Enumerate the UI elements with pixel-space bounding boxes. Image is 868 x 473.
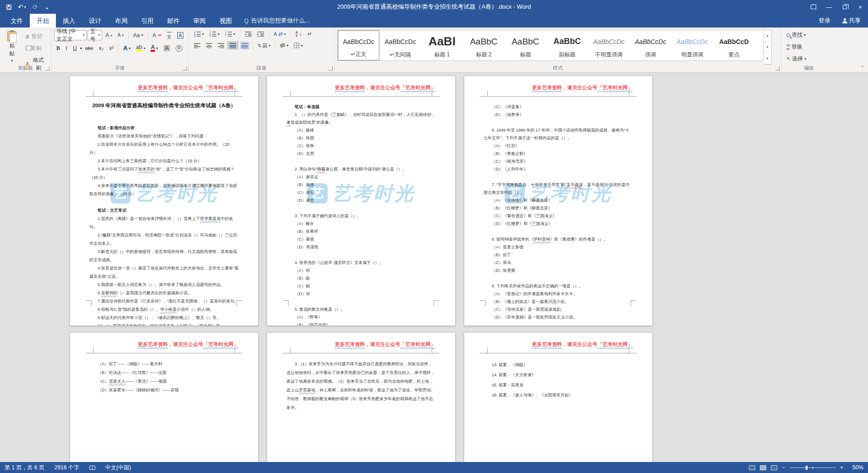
zoom-slider[interactable]: [790, 465, 835, 470]
style-副标题[interactable]: AaBbC副标题: [546, 30, 588, 60]
undo-button[interactable]: ↶▾: [18, 3, 26, 11]
select-button[interactable]: ↖选择▾: [784, 54, 834, 64]
style-要点[interactable]: AaBbCcD要点: [713, 30, 755, 60]
borders-button[interactable]: ▾: [291, 41, 305, 50]
change-case-button[interactable]: Aa▾: [131, 31, 145, 40]
underline-dropdown-arrow[interactable]: ▾: [80, 46, 82, 50]
cut-button[interactable]: 剪切: [23, 31, 48, 42]
character-border-button[interactable]: A: [175, 31, 186, 40]
style-不明显强调[interactable]: AaBbCcDc不明显强调: [588, 30, 630, 60]
asian-layout-button[interactable]: A⇄▾: [271, 30, 288, 38]
line-spacing-button[interactable]: ⇅▾: [255, 42, 273, 50]
copy-button[interactable]: 复制: [23, 43, 48, 54]
page-4[interactable]: 更多艺考资料，请关注公众号「艺考时光网」（A）但丁——《神曲》——意大利（B）司…: [70, 332, 258, 462]
tab-设计[interactable]: 设计: [82, 14, 108, 28]
styles-gallery-more-button[interactable]: ▼: [764, 53, 771, 64]
shading-button[interactable]: ▾: [278, 42, 291, 49]
character-shading-button[interactable]: A: [161, 44, 172, 53]
tab-审阅[interactable]: 审阅: [187, 14, 213, 28]
justify-button[interactable]: [227, 41, 238, 50]
bullets-button[interactable]: ▾: [192, 30, 206, 38]
styles-scroll-down-button[interactable]: ▼: [764, 42, 771, 53]
page-5[interactable]: 更多艺考资料，请关注公众号「艺考时光网」3.（1）张来芳为为生计问题不得不放弃自…: [267, 332, 456, 462]
web-layout-button[interactable]: [771, 465, 777, 470]
clear-formatting-button[interactable]: A: [150, 31, 164, 40]
document-area[interactable]: 更多艺考资料，请关注公众号「艺考时光网」2009 年河南省普通高校编导制作类专业…: [0, 72, 868, 462]
tab-邮件[interactable]: 邮件: [160, 14, 187, 28]
font-color-button[interactable]: A▾: [148, 43, 160, 53]
style-明显强调[interactable]: AaBbCcDc明显强调: [671, 30, 713, 60]
style-标题 1[interactable]: AaBI标题 1: [421, 30, 463, 60]
zoom-level[interactable]: 50%: [848, 464, 863, 471]
page-6[interactable]: 更多艺考资料，请关注公众号「艺考时光网」13. 答案：《神曲》14. 答案：《天…: [464, 332, 653, 462]
numbering-button[interactable]: ▾: [207, 30, 222, 38]
sort-button[interactable]: AZ↓: [293, 29, 304, 38]
style-正文[interactable]: AaBbCcDc↵正文: [338, 30, 379, 60]
tell-me-box[interactable]: 告诉我您想要做什么...: [239, 14, 315, 28]
save-button[interactable]: [6, 5, 11, 10]
styles-scroll-up-button[interactable]: ▲: [764, 30, 771, 42]
distributed-button[interactable]: [239, 41, 250, 50]
multilevel-list-button[interactable]: ▾: [223, 30, 237, 38]
find-button[interactable]: 查找▾: [784, 30, 834, 40]
text-effects-button[interactable]: A▾: [121, 44, 133, 53]
page-2[interactable]: 更多艺考资料，请关注公众号「艺考时光网」艺艺考时光笔试：单选题1. （）的代表作…: [267, 76, 456, 326]
page-number-indicator[interactable]: 第 1 页，共 6 页: [5, 464, 44, 472]
decrease-indent-button[interactable]: [242, 30, 254, 38]
print-layout-button[interactable]: [760, 465, 766, 470]
clipboard-dialog-launcher[interactable]: [45, 66, 49, 71]
ribbon-display-options-button[interactable]: [806, 0, 821, 14]
collapse-ribbon-button[interactable]: ⌃: [861, 65, 864, 70]
language-indicator[interactable]: 中文(中国): [105, 464, 131, 472]
style-标题 2[interactable]: AaBbC标题 2: [463, 30, 505, 60]
share-button[interactable]: 共享: [842, 16, 861, 25]
sign-in-button[interactable]: 登录: [819, 16, 830, 25]
superscript-button[interactable]: x²: [107, 44, 116, 53]
zoom-in-button[interactable]: +: [840, 464, 843, 471]
tab-插入[interactable]: 插入: [56, 14, 82, 28]
tab-引用[interactable]: 引用: [134, 14, 160, 28]
paste-dropdown-arrow: ▾: [11, 59, 13, 63]
style-强调[interactable]: AaBbCcDc强调: [630, 30, 671, 60]
tab-布局[interactable]: 布局: [108, 14, 134, 28]
zoom-slider-thumb[interactable]: [806, 466, 808, 470]
underline-button[interactable]: U: [71, 44, 79, 53]
italic-button[interactable]: I: [63, 44, 70, 53]
show-hide-marks-button[interactable]: ↵: [305, 29, 314, 38]
redo-button[interactable]: ⟳: [33, 3, 38, 11]
style-标题[interactable]: AaBbC标题: [505, 30, 546, 60]
style-无间隔[interactable]: AaBbCcDc↵无间隔: [379, 30, 421, 60]
proofing-status[interactable]: [89, 466, 95, 470]
customize-qat-button[interactable]: ⌄: [44, 3, 49, 11]
strikethrough-button[interactable]: abc: [83, 44, 96, 52]
tab-文件[interactable]: 文件: [4, 14, 30, 28]
font-name-combo[interactable]: 等线 (中文正文▾: [54, 30, 87, 40]
subscript-button[interactable]: x₂: [96, 44, 106, 53]
restore-button[interactable]: [837, 0, 852, 14]
read-mode-button[interactable]: [749, 465, 755, 470]
close-button[interactable]: ×: [852, 0, 868, 14]
shrink-font-button[interactable]: A: [115, 31, 126, 39]
enclose-characters-button[interactable]: 字: [173, 44, 185, 53]
highlight-color-button[interactable]: ab▾: [134, 43, 148, 53]
word-count-indicator[interactable]: 2916 个字: [55, 464, 79, 472]
phonetic-guide-button[interactable]: wén文: [165, 29, 174, 41]
align-left-button[interactable]: [192, 41, 203, 50]
paragraph-dialog-launcher[interactable]: [329, 66, 333, 71]
paste-button[interactable]: 粘贴 ▾: [3, 29, 21, 65]
zoom-out-button[interactable]: −: [782, 464, 785, 471]
bold-button[interactable]: B: [54, 44, 62, 53]
tab-视图[interactable]: 视图: [213, 14, 239, 28]
tab-开始[interactable]: 开始: [30, 14, 56, 28]
align-center-button[interactable]: [203, 41, 214, 50]
minimize-button[interactable]: —: [821, 0, 837, 14]
page-1[interactable]: 更多艺考资料，请关注公众号「艺考时光网」2009 年河南省普通高校编导制作类专业…: [70, 76, 258, 326]
grow-font-button[interactable]: A: [103, 31, 115, 40]
font-dialog-launcher[interactable]: [183, 66, 187, 71]
replace-button[interactable]: abac替换: [784, 42, 834, 52]
page-3[interactable]: 更多艺考资料，请关注公众号「艺考时光网」艺艺考时光（C）《华盖集》（D）《画梦录…: [464, 76, 653, 326]
increase-indent-button[interactable]: [255, 30, 266, 38]
font-size-combo[interactable]: 五号▾: [88, 30, 102, 40]
styles-dialog-launcher[interactable]: [775, 66, 780, 71]
align-right-button[interactable]: [215, 41, 226, 50]
